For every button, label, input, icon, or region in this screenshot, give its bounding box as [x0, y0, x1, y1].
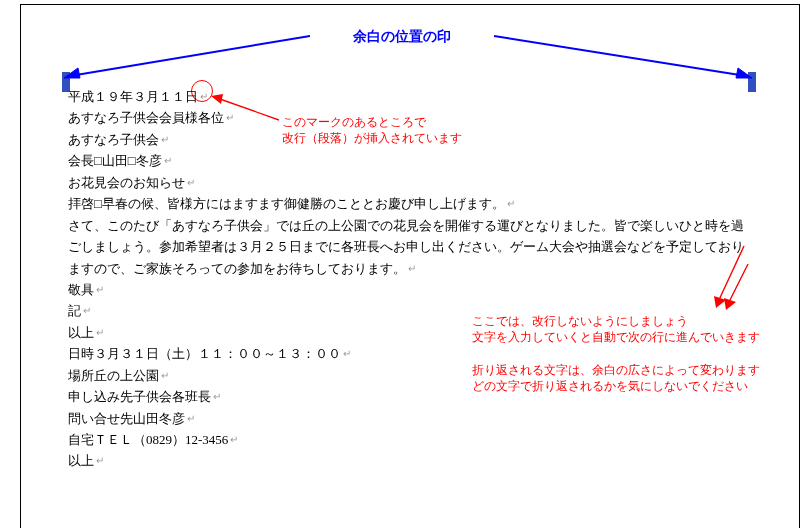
return-mark-icon: ↵ — [94, 327, 104, 338]
doc-line: 申し込み先子供会各班長 — [68, 389, 211, 404]
return-mark-icon: ↵ — [162, 155, 172, 166]
doc-line: あすなろ子供会会員様各位 — [68, 110, 224, 125]
document-body: 平成１９年３月１１日↵ あすなろ子供会会員様各位↵ あすなろ子供会↵ 会長□山田… — [68, 86, 748, 472]
return-mark-icon: ↵ — [185, 177, 195, 188]
return-mark-icon: ↵ — [159, 370, 169, 381]
doc-line: お花見会のお知らせ — [68, 175, 185, 190]
return-mark-icon: ↵ — [185, 413, 195, 424]
doc-line: あすなろ子供会 — [68, 132, 159, 147]
return-mark-icon: ↵ — [211, 391, 221, 402]
return-mark-icon: ↵ — [341, 348, 351, 359]
doc-line: 以上 — [68, 453, 94, 468]
svg-marker-3 — [736, 68, 752, 78]
doc-line: 敬具 — [68, 282, 94, 297]
doc-line: 会長□山田□冬彦 — [68, 153, 162, 168]
svg-marker-1 — [64, 68, 80, 78]
return-mark-icon: ↵ — [159, 134, 169, 145]
return-mark-icon: ↵ — [198, 91, 208, 102]
arrow-right-icon — [494, 30, 754, 80]
doc-line: 自宅ＴＥＬ（0829）12-3456 — [68, 432, 228, 447]
svg-line-2 — [494, 36, 746, 76]
return-mark-icon: ↵ — [224, 112, 234, 123]
doc-line: 拝啓□早春の候、皆様方にはますます御健勝のこととお慶び申し上げます。 — [68, 196, 505, 211]
margin-label: 余白の位置の印 — [353, 28, 451, 46]
return-mark-icon: ↵ — [94, 455, 104, 466]
return-mark-icon: ↵ — [94, 284, 104, 295]
doc-line: 問い合せ先山田冬彦 — [68, 411, 185, 426]
svg-line-0 — [70, 36, 310, 76]
doc-line: 場所丘の上公園 — [68, 368, 159, 383]
arrow-left-icon — [62, 30, 310, 80]
return-mark-icon: ↵ — [228, 434, 238, 445]
return-mark-icon: ↵ — [505, 198, 515, 209]
doc-line: 以上 — [68, 325, 94, 340]
doc-line: 平成１９年３月１１日 — [68, 89, 198, 104]
return-mark-icon: ↵ — [406, 263, 416, 274]
doc-line: 記 — [68, 303, 81, 318]
return-mark-icon: ↵ — [81, 305, 91, 316]
doc-line: 日時３月３１日（土）１１：００～１３：００ — [68, 346, 341, 361]
